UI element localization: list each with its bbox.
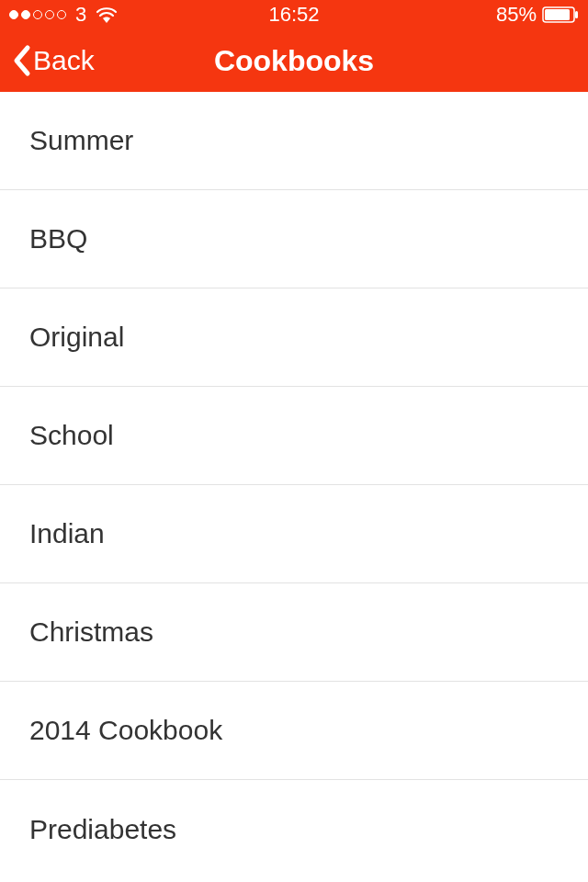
- list-item[interactable]: 2014 Cookbook: [0, 682, 588, 780]
- svg-rect-1: [545, 9, 570, 20]
- list-item-label: Prediabetes: [29, 814, 176, 845]
- list-item[interactable]: Prediabetes: [0, 780, 588, 878]
- nav-bar: Back Cookbooks: [0, 29, 588, 92]
- chevron-left-icon: [11, 44, 31, 77]
- wifi-icon: [96, 6, 118, 23]
- list-item-label: Summer: [29, 125, 133, 156]
- list-item[interactable]: BBQ: [0, 190, 588, 288]
- list-item[interactable]: Christmas: [0, 583, 588, 682]
- status-time: 16:52: [268, 3, 319, 27]
- battery-icon: [542, 6, 579, 23]
- list-item-label: School: [29, 420, 114, 451]
- list-item[interactable]: Original: [0, 288, 588, 387]
- list-item[interactable]: Indian: [0, 485, 588, 583]
- list-item-label: BBQ: [29, 223, 87, 254]
- list-item[interactable]: Summer: [0, 92, 588, 190]
- status-bar: 3 16:52 85%: [0, 0, 588, 29]
- cookbook-list: Summer BBQ Original School Indian Christ…: [0, 92, 588, 878]
- status-left: 3: [9, 3, 118, 27]
- list-item-label: Christmas: [29, 616, 153, 648]
- svg-rect-2: [575, 11, 578, 18]
- list-item[interactable]: School: [0, 387, 588, 485]
- back-button[interactable]: Back: [11, 44, 95, 77]
- back-label: Back: [33, 45, 95, 76]
- signal-strength-icon: [9, 10, 66, 19]
- list-item-label: Indian: [29, 518, 105, 549]
- battery-percent: 85%: [496, 3, 537, 27]
- page-title: Cookbooks: [214, 44, 374, 78]
- carrier-label: 3: [75, 3, 86, 27]
- list-item-label: Original: [29, 322, 124, 353]
- list-item-label: 2014 Cookbook: [29, 715, 222, 746]
- status-right: 85%: [496, 3, 579, 27]
